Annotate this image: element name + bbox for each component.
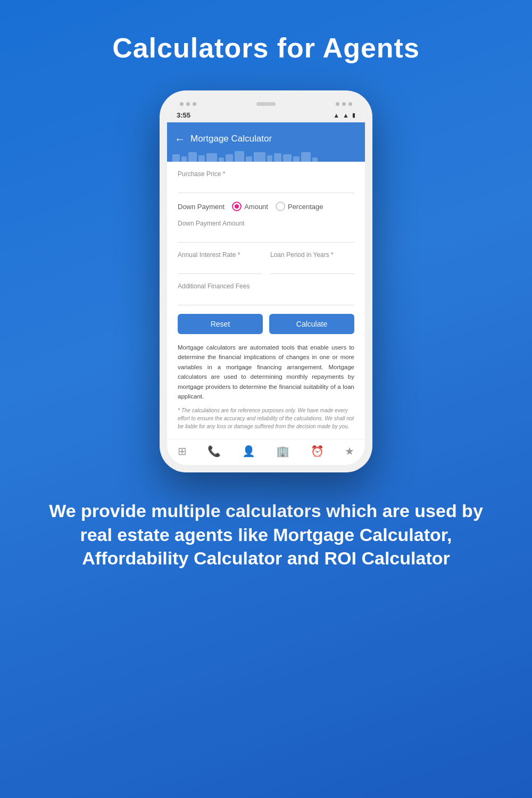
phone-dots-left: [180, 102, 196, 106]
additional-fees-field: Additional Financed Fees: [178, 282, 354, 305]
building: [254, 152, 265, 162]
building: [188, 152, 197, 162]
dot: [348, 102, 352, 106]
building: [206, 153, 217, 162]
bottom-nav: ⊞ 📞 👤 🏢 ⏰ ★: [167, 439, 365, 465]
down-payment-label: Down Payment: [178, 203, 225, 211]
back-button[interactable]: ←: [174, 133, 185, 145]
building: [219, 157, 224, 162]
annual-interest-field: Annual Interest Rate *: [178, 251, 262, 274]
form-content: Purchase Price * Down Payment Amount Per…: [167, 162, 365, 439]
page-title: Calculators for Agents: [112, 32, 420, 64]
cityscape-decoration: [167, 150, 365, 162]
loan-period-label: Loan Period in Years *: [270, 251, 354, 259]
loan-period-field: Loan Period in Years *: [270, 251, 354, 274]
status-bar: 3:55 ▲ ▲ ▮: [167, 109, 365, 122]
status-time: 3:55: [177, 111, 190, 119]
dot: [336, 102, 339, 106]
down-payment-amount-input[interactable]: [178, 229, 354, 243]
dot: [342, 102, 346, 106]
building: [301, 152, 311, 162]
reset-button[interactable]: Reset: [178, 314, 263, 334]
radio-percentage-circle[interactable]: [276, 202, 285, 211]
radio-amount-circle[interactable]: [232, 202, 242, 211]
purchase-price-input[interactable]: [178, 180, 354, 193]
city-buildings: [172, 151, 360, 162]
nav-grid-icon[interactable]: ⊞: [178, 445, 187, 458]
additional-fees-input[interactable]: [178, 292, 354, 305]
dot: [193, 102, 196, 106]
wifi-icon: ▲: [333, 112, 339, 119]
radio-amount-dot: [235, 204, 239, 209]
building: [274, 153, 281, 162]
down-payment-amount-label: Down Payment Amount: [178, 220, 354, 227]
building: [246, 156, 252, 162]
building: [293, 156, 300, 162]
signal-icon: ▲: [343, 112, 349, 119]
nav-alarm-icon[interactable]: ⏰: [311, 445, 324, 458]
building: [267, 155, 272, 162]
building: [283, 154, 292, 162]
radio-percentage-option[interactable]: Percentage: [276, 202, 323, 211]
rate-period-row: Annual Interest Rate * Loan Period in Ye…: [178, 251, 354, 274]
loan-period-input[interactable]: [270, 261, 354, 274]
dot: [180, 102, 184, 106]
building: [312, 157, 318, 162]
building: [181, 156, 187, 162]
battery-icon: ▮: [352, 112, 355, 119]
nav-phone-icon[interactable]: 📞: [207, 445, 221, 458]
down-payment-row: Down Payment Amount Percentage: [178, 202, 354, 211]
page-subtitle: We provide multiple calculators which ar…: [48, 499, 484, 570]
building: [198, 155, 205, 162]
speaker-slot: [256, 102, 276, 106]
description-text: Mortgage calculators are automated tools…: [178, 343, 354, 401]
purchase-price-field: Purchase Price *: [178, 170, 354, 193]
phone-top-bar: [167, 98, 365, 109]
building: [172, 154, 180, 162]
nav-person-icon[interactable]: 👤: [242, 445, 255, 458]
radio-percentage-label: Percentage: [288, 203, 323, 211]
phone-mockup: 3:55 ▲ ▲ ▮ ← Mortgage Calculator: [160, 90, 372, 472]
annual-interest-label: Annual Interest Rate *: [178, 251, 262, 259]
action-buttons: Reset Calculate: [178, 314, 354, 334]
nav-building-icon[interactable]: 🏢: [276, 445, 289, 458]
additional-fees-label: Additional Financed Fees: [178, 282, 354, 290]
building: [226, 154, 233, 162]
calculate-button[interactable]: Calculate: [269, 314, 354, 334]
building: [235, 151, 244, 162]
dot: [186, 102, 190, 106]
status-icons: ▲ ▲ ▮: [333, 112, 355, 119]
down-payment-amount-field: Down Payment Amount: [178, 220, 354, 243]
annual-interest-input[interactable]: [178, 261, 262, 274]
app-bar-title: Mortgage Calculator: [190, 134, 272, 144]
phone-dots-right: [336, 102, 352, 106]
radio-amount-option[interactable]: Amount: [232, 202, 268, 211]
radio-amount-label: Amount: [244, 203, 268, 211]
disclaimer-text: * The calculations are for reference pur…: [178, 406, 354, 430]
purchase-price-label: Purchase Price *: [178, 170, 354, 178]
app-bar: ← Mortgage Calculator: [167, 122, 365, 150]
nav-star-icon[interactable]: ★: [345, 445, 354, 458]
